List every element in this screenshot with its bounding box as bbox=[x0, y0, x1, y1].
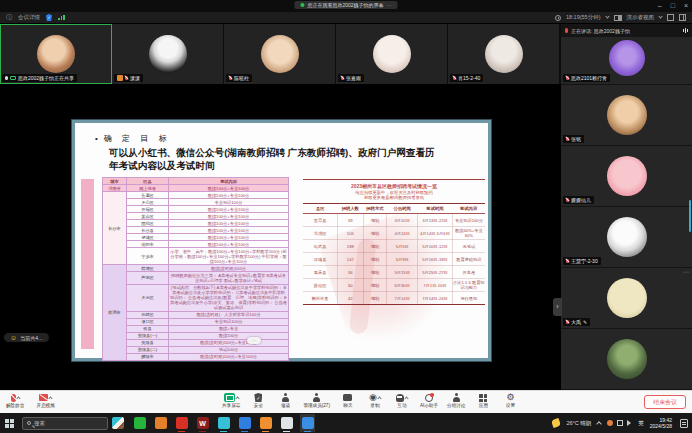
layout-icon[interactable] bbox=[679, 14, 686, 21]
chevron-up-icon[interactable] bbox=[48, 396, 52, 400]
interact-button[interactable]: 互动 bbox=[393, 393, 411, 408]
table-cell: 5月10日-12日 bbox=[418, 240, 453, 253]
table-cell: 郴州市直 bbox=[303, 292, 338, 305]
table-cell: 宁乡市 bbox=[127, 248, 169, 265]
table-cell: 教综100分+专业100分 bbox=[169, 234, 289, 241]
clock-widget[interactable]: 19:42 2024/5/28 bbox=[650, 417, 672, 430]
tray-display-icon[interactable] bbox=[617, 420, 623, 426]
invite-button[interactable]: 邀请 bbox=[276, 393, 294, 408]
mic-muted-icon bbox=[125, 76, 128, 81]
more-icon[interactable]: ⋯ bbox=[683, 268, 689, 275]
taskbar-widget-icon[interactable] bbox=[112, 417, 124, 429]
participant-label: 张嘉雨 bbox=[338, 74, 364, 82]
video-tile[interactable]: 思政2002魏子怡正在共享 bbox=[0, 24, 112, 84]
taskbar-search[interactable]: 搜索 bbox=[22, 417, 108, 430]
tray-app-icon[interactable] bbox=[607, 420, 613, 426]
toolbar-label: 应用 bbox=[479, 403, 488, 408]
table-cell: 湖南省 bbox=[103, 185, 127, 192]
taskbar-app-meeting[interactable] bbox=[300, 414, 315, 432]
meeting-timer[interactable]: 18:19(55分钟) bbox=[566, 14, 601, 21]
share-banner[interactable]: 您正在观看思政2002魏子怡的屏幕 ⋯ bbox=[294, 1, 397, 9]
tray-expand-icon[interactable] bbox=[596, 421, 602, 427]
start-button[interactable] bbox=[5, 419, 14, 428]
tray-volume-icon[interactable] bbox=[627, 420, 634, 426]
apps-button[interactable]: 应用 bbox=[474, 393, 492, 408]
table-cell: 网上统考 bbox=[127, 185, 169, 192]
breakout-button[interactable]: 分组讨论 bbox=[447, 393, 465, 408]
participant-name: 大禹 bbox=[571, 319, 581, 325]
overlay-pill[interactable]: ⋯ bbox=[247, 337, 261, 344]
protection-shield-icon[interactable]: ✓ bbox=[46, 14, 52, 21]
chevron-down-icon[interactable] bbox=[658, 14, 662, 18]
sidebar-video-tile[interactable]: 媛媛仙儿 bbox=[561, 146, 692, 206]
weather-text[interactable]: 26°C 晴朗 bbox=[566, 420, 591, 427]
chat-preview-bubble[interactable]: ☺ 当前共4… bbox=[4, 333, 49, 342]
hand-badge-icon bbox=[117, 75, 123, 81]
toolbar-label: 录制 bbox=[370, 403, 379, 408]
shield-icon: ✓ bbox=[254, 393, 262, 402]
app-icon: W bbox=[197, 417, 209, 429]
share-banner-text: 您正在观看思政2002魏子怡的屏幕 bbox=[307, 2, 383, 8]
sidebar-collapse-button[interactable]: › bbox=[553, 298, 562, 316]
close-button[interactable]: × bbox=[684, 0, 688, 11]
video-tile[interactable]: 陈晓柱 bbox=[224, 24, 336, 84]
table-row: 临武县188编制5月5日5月10日-12日无笔试 bbox=[303, 240, 485, 253]
participant-name: 张嘉雨 bbox=[346, 75, 361, 81]
chevron-up-icon[interactable] bbox=[404, 396, 408, 400]
participant-name: 王慧宁-2-30 bbox=[571, 258, 598, 264]
sidebar-video-tile[interactable]: 正在讲话: 思政2002魏子怡思政2101赖行青 bbox=[561, 24, 692, 84]
weather-icon[interactable] bbox=[551, 418, 561, 428]
app-icon bbox=[239, 417, 251, 429]
table-cell: 占比1:1.5 教育知识与能力 bbox=[452, 279, 485, 292]
taskbar-app-icon[interactable] bbox=[174, 414, 189, 432]
security-button[interactable]: ✓安全 bbox=[249, 393, 267, 408]
sidebar-video-tile[interactable]: 张铭 bbox=[561, 85, 692, 145]
sidebar-video-tile[interactable]: 王慧宁-2-30 bbox=[561, 207, 692, 267]
chevron-up-icon[interactable] bbox=[377, 396, 381, 400]
sidebar-scrollbar[interactable] bbox=[689, 200, 691, 232]
settings-button[interactable]: ⚙设置 bbox=[501, 393, 519, 408]
minimize-button[interactable]: – bbox=[658, 0, 662, 11]
taskbar-apps: W bbox=[132, 413, 315, 433]
end-meeting-button[interactable]: 结束会议 bbox=[644, 395, 686, 409]
more-icon[interactable]: ⋯ bbox=[387, 2, 392, 8]
fullscreen-icon[interactable] bbox=[667, 14, 674, 21]
network-signal-icon[interactable] bbox=[58, 15, 65, 21]
meeting-detail-link[interactable]: 会议详情 bbox=[18, 14, 40, 21]
taskbar-app-icon[interactable]: W bbox=[195, 414, 210, 432]
chevron-up-icon[interactable] bbox=[235, 396, 239, 400]
table-cell: 苏仙区 bbox=[303, 279, 338, 292]
maximize-button[interactable]: □ bbox=[671, 0, 675, 11]
share-screen-button[interactable]: 共享屏幕 bbox=[222, 393, 240, 408]
video-tile[interactable]: 潇潇 bbox=[112, 24, 224, 84]
toolbar-label: 开启视频 bbox=[36, 403, 54, 408]
taskbar-app-icon[interactable] bbox=[237, 414, 252, 432]
table-cell: 编制 bbox=[363, 279, 387, 292]
start-video-button[interactable]: 开启视频 bbox=[36, 393, 54, 408]
taskbar-app-icon[interactable] bbox=[153, 414, 168, 432]
taskbar-app-icon[interactable] bbox=[132, 414, 147, 432]
view-mode-selector[interactable]: 演示者视图 bbox=[627, 14, 655, 21]
sidebar-video-tile[interactable]: ⋯大禹✎ bbox=[561, 268, 692, 328]
taskbar-app-icon[interactable] bbox=[279, 414, 294, 432]
table-cell: 汝城县 bbox=[303, 253, 338, 266]
table-cell: 编制 bbox=[363, 214, 387, 227]
unmute-button[interactable]: 解除静音 bbox=[6, 393, 24, 408]
ai-assistant-button[interactable]: AI小助手 bbox=[420, 393, 438, 408]
table-cell: 教综(含时政)100分+专业100分 bbox=[169, 339, 289, 346]
taskbar-app-icon[interactable] bbox=[216, 414, 231, 432]
video-tile[interactable]: 张嘉雨 bbox=[336, 24, 448, 84]
participant-label: 潇潇 bbox=[114, 74, 143, 82]
action-center-icon[interactable] bbox=[680, 419, 688, 428]
ime-indicator[interactable]: 英 bbox=[638, 420, 644, 427]
participant-name: 思政2002魏子怡正在共享 bbox=[18, 75, 74, 81]
chat-button[interactable]: 聊天 bbox=[339, 393, 357, 408]
members-button[interactable]: 管理成员(27) bbox=[303, 393, 330, 408]
taskbar-app-icon[interactable] bbox=[258, 414, 273, 432]
video-tile[interactable]: 肖15-2-40 bbox=[448, 24, 560, 84]
record-button[interactable]: ◉录制 bbox=[366, 393, 384, 408]
chevron-down-icon[interactable] bbox=[605, 14, 609, 18]
table-cell: 开福区 bbox=[127, 206, 169, 213]
sidebar-video-tile[interactable] bbox=[561, 329, 692, 389]
ai-icon bbox=[425, 394, 433, 402]
